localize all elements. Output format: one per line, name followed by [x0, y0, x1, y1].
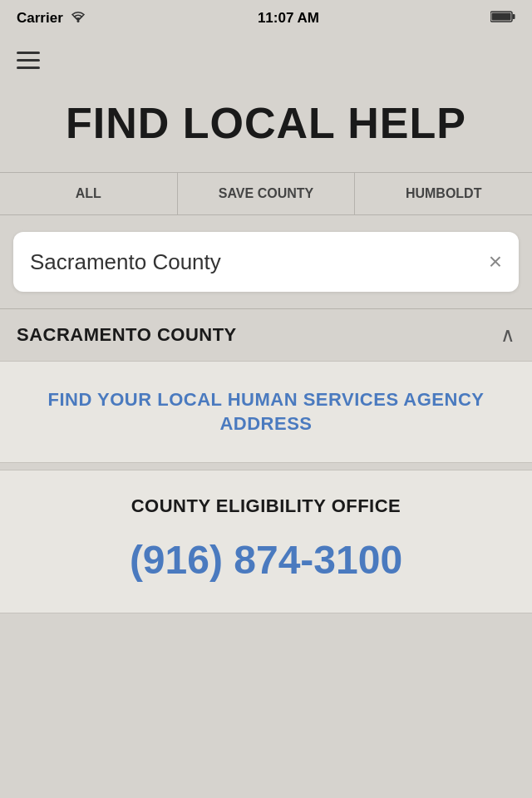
battery-icon	[490, 10, 515, 27]
search-value[interactable]: Sacramento County	[30, 249, 489, 275]
wifi-icon	[70, 10, 86, 27]
eligibility-card: COUNTY ELIGIBILITY OFFICE (916) 874-3100	[0, 470, 532, 613]
top-nav	[0, 37, 532, 83]
hamburger-line-2	[17, 59, 40, 62]
tab-humboldt[interactable]: HUMBOLDT	[355, 173, 532, 214]
county-title: SACRAMENTO COUNTY	[17, 324, 237, 346]
eligibility-title: COUNTY ELIGIBILITY OFFICE	[17, 495, 515, 517]
svg-rect-3	[492, 13, 511, 21]
search-section: Sacramento County ×	[0, 215, 532, 308]
card-divider	[0, 463, 532, 470]
bottom-area	[0, 613, 532, 679]
tab-save-county[interactable]: SAVE COUNTY	[178, 173, 356, 214]
menu-button[interactable]	[17, 52, 40, 69]
hamburger-line-3	[17, 66, 40, 69]
tab-bar: ALL SAVE COUNTY HUMBOLDT	[0, 172, 532, 215]
svg-point-0	[76, 20, 79, 22]
search-box: Sacramento County ×	[13, 232, 519, 292]
status-bar: Carrier 11:07 AM	[0, 0, 532, 37]
agency-link[interactable]: FIND YOUR LOCAL HUMAN SERVICES AGENCY AD…	[17, 388, 515, 436]
clear-search-button[interactable]: ×	[489, 250, 502, 273]
collapse-icon: ∧	[500, 325, 515, 345]
page-title-section: FIND LOCAL HELP	[0, 83, 532, 172]
content-area: FIND YOUR LOCAL HUMAN SERVICES AGENCY AD…	[0, 361, 532, 613]
phone-number[interactable]: (916) 874-3100	[17, 537, 515, 583]
county-section-header[interactable]: SACRAMENTO COUNTY ∧	[0, 308, 532, 361]
page-title: FIND LOCAL HELP	[17, 100, 515, 147]
status-time: 11:07 AM	[258, 10, 319, 27]
hamburger-line-1	[17, 52, 40, 54]
carrier-label: Carrier	[17, 10, 63, 27]
tab-all[interactable]: ALL	[0, 173, 178, 214]
svg-rect-2	[513, 14, 515, 19]
agency-card: FIND YOUR LOCAL HUMAN SERVICES AGENCY AD…	[0, 361, 532, 463]
